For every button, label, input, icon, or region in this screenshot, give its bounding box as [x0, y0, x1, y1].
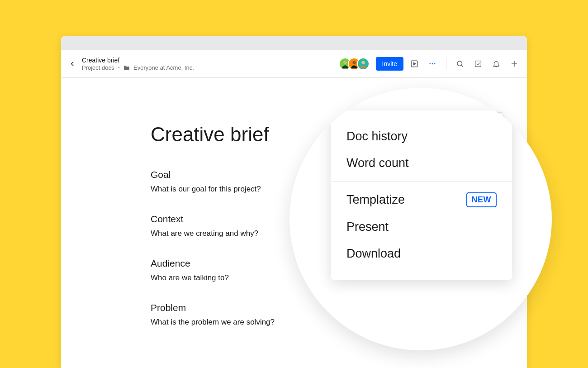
breadcrumb: Project docs • Everyone at Acme, Inc.: [82, 64, 339, 71]
breadcrumb-org[interactable]: Everyone at Acme, Inc.: [133, 64, 194, 71]
header: Creative brief Project docs • Everyone a…: [61, 50, 527, 78]
breadcrumb-separator: •: [118, 64, 120, 71]
menu-item-download[interactable]: Download: [331, 240, 512, 267]
menu-item-doc-history[interactable]: Doc history: [331, 123, 512, 150]
zoom-lens: Doc history Word count Templatize NEW Pr…: [289, 88, 552, 350]
play-square-icon: [410, 60, 418, 68]
svg-point-2: [361, 61, 365, 64]
shared-folder-icon: [123, 65, 130, 71]
plus-icon: [510, 60, 518, 68]
notifications-button[interactable]: [489, 57, 503, 71]
svg-point-5: [429, 63, 431, 64]
menu-item-label: Doc history: [346, 129, 408, 143]
doc-meta: Creative brief Project docs • Everyone a…: [82, 56, 339, 71]
menu-item-label: Download: [346, 247, 401, 261]
menu-item-label: Present: [346, 220, 389, 234]
search-icon: [456, 60, 464, 68]
avatar: [357, 57, 370, 70]
doc-title-small: Creative brief: [82, 56, 339, 64]
present-button[interactable]: [407, 57, 422, 71]
chevron-left-icon: [68, 60, 76, 68]
more-button[interactable]: [425, 57, 440, 71]
search-button[interactable]: [453, 57, 467, 71]
bell-icon: [492, 60, 500, 68]
svg-rect-10: [475, 61, 481, 67]
svg-point-8: [457, 61, 462, 66]
breadcrumb-folder[interactable]: Project docs: [82, 64, 114, 71]
back-button[interactable]: [66, 57, 79, 71]
new-button[interactable]: [507, 57, 522, 71]
invite-button[interactable]: Invite: [376, 57, 403, 71]
more-horizontal-icon: [428, 60, 436, 68]
svg-point-6: [432, 63, 433, 64]
svg-marker-4: [414, 62, 416, 65]
header-actions: Invite: [339, 57, 522, 71]
svg-point-7: [434, 63, 436, 64]
svg-line-9: [461, 65, 463, 67]
svg-point-1: [352, 61, 356, 64]
menu-divider: [331, 181, 512, 182]
more-dropdown-zoomed: Doc history Word count Templatize NEW Pr…: [331, 110, 512, 280]
window-titlebar: [61, 36, 527, 50]
menu-item-label: Word count: [346, 156, 409, 170]
menu-item-present[interactable]: Present: [331, 214, 512, 240]
menu-item-word-count[interactable]: Word count: [331, 150, 512, 177]
new-badge: NEW: [466, 192, 497, 207]
check-square-icon: [474, 60, 482, 68]
header-divider: [446, 57, 446, 70]
menu-item-label: Templatize: [346, 193, 405, 207]
tasks-button[interactable]: [471, 57, 485, 71]
menu-item-templatize[interactable]: Templatize NEW: [331, 186, 512, 214]
svg-point-0: [343, 61, 346, 64]
avatar-stack[interactable]: [339, 57, 370, 70]
